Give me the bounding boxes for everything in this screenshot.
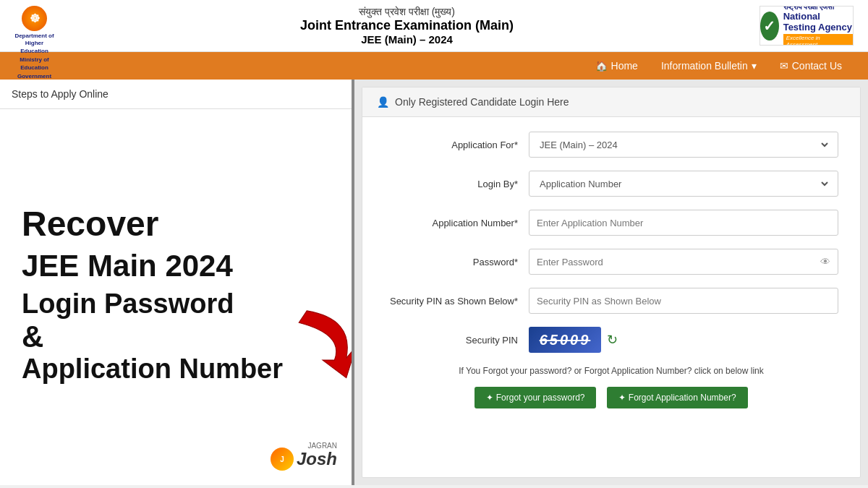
forgot-appnum-button[interactable]: ✦ Forgot Application Number? [607, 387, 747, 408]
recover-line3: Login Password [22, 288, 234, 320]
nta-tagline-text: Excellence in Assessment [783, 34, 853, 46]
nav-info-label: Information Bulletin [661, 60, 748, 72]
captcha-area: 65009 ↻ [529, 327, 838, 353]
arrow-overlay [279, 303, 354, 393]
recover-line2: JEE Main 2024 [22, 249, 233, 283]
dept-emblem: ☸ Department of Higher Education Ministr… [14, 6, 54, 88]
jagran-icon: J [271, 448, 294, 471]
header-right: ✓ राष्ट्रीय परीक्षा एजेंसी National Test… [760, 6, 854, 46]
nav-contact-label: Contact Us [792, 60, 842, 72]
home-icon: 🏠 [595, 60, 608, 72]
password-input[interactable] [537, 257, 820, 267]
main-title: Joint Entrance Examination (Main) [54, 18, 760, 33]
contact-icon: ✉ [780, 60, 788, 72]
recover-line4: & [22, 320, 43, 354]
nta-logo-inner: ✓ राष्ट्रीय परीक्षा एजेंसी National Test… [760, 6, 853, 46]
eye-icon[interactable]: 👁 [820, 256, 830, 267]
main-content: Steps to Apply Online Recover JEE Main 2… [0, 80, 868, 485]
login-by-row: Login By* Application Number [384, 171, 838, 197]
nav-contact[interactable]: ✉ Contact Us [768, 54, 854, 77]
app-for-select-wrapper[interactable]: JEE (Main) – 2024 [529, 132, 838, 158]
jagran-small-text: JAGRAN [307, 442, 337, 450]
btn-row: ✦ Forgot your password? ✦ Forgot Applica… [384, 387, 838, 408]
nav-info-bulletin[interactable]: Information Bulletin ▾ [650, 54, 768, 77]
chevron-down-icon: ▾ [752, 60, 757, 72]
login-by-select[interactable]: Application Number [537, 178, 830, 190]
nta-check-icon: ✓ [760, 12, 779, 40]
nav-home-label: Home [611, 60, 638, 72]
hindi-title: संयुक्त प्रवेश परीक्षा (मुख्य) [54, 6, 760, 18]
security-pin-field-wrapper [529, 288, 838, 314]
user-icon: 👤 [377, 96, 389, 108]
jagran-josh-text: Josh [297, 449, 337, 469]
left-panel-body: Recover JEE Main 2024 Login Password & A… [0, 109, 352, 481]
captcha-row: Security PIN 65009 ↻ [384, 327, 838, 353]
login-by-label: Login By* [384, 179, 529, 189]
login-by-select-wrapper[interactable]: Application Number [529, 171, 838, 197]
security-pin-row: Security PIN as Shown Below* [384, 288, 838, 314]
security-pin-label: Security PIN as Shown Below* [384, 296, 529, 307]
left-panel: Steps to Apply Online Recover JEE Main 2… [0, 80, 354, 485]
refresh-captcha-icon[interactable]: ↻ [607, 332, 618, 348]
sub-title: JEE (Main) – 2024 [54, 33, 760, 46]
app-number-label: Application Number* [384, 218, 529, 228]
navbar: 🏠 Home Information Bulletin ▾ ✉ Contact … [0, 52, 868, 80]
red-arrow-icon [279, 303, 354, 390]
dept-ministry: Ministry of Education [14, 56, 54, 72]
app-for-select[interactable]: JEE (Main) – 2024 [537, 139, 830, 151]
recover-line1: Recover [22, 205, 158, 244]
right-panel-title: Only Registered Candidate Login Here [395, 96, 569, 108]
nta-english-text: National Testing Agency [783, 12, 853, 33]
app-number-input[interactable] [537, 218, 830, 228]
dept-emblem-icon: ☸ [22, 6, 47, 31]
nta-text: राष्ट्रीय परीक्षा एजेंसी National Testin… [783, 6, 853, 46]
steps-header: Steps to Apply Online [0, 80, 352, 109]
dept-logo: ☸ Department of Higher Education Ministr… [14, 6, 54, 46]
jagran-josh-logo: JAGRAN J Josh [271, 448, 337, 471]
password-row: Password* 👁 [384, 249, 838, 275]
right-panel-header: 👤 Only Registered Candidate Login Here [362, 87, 860, 117]
header-center: संयुक्त प्रवेश परीक्षा (मुख्य) Joint Ent… [54, 6, 760, 46]
forgot-password-button[interactable]: ✦ Forgot your password? [475, 387, 596, 408]
application-for-row: Application For* JEE (Main) – 2024 [384, 132, 838, 158]
captcha-label: Security PIN [384, 335, 529, 346]
page-header: ☸ Department of Higher Education Ministr… [0, 0, 868, 52]
app-for-label: Application For* [384, 140, 529, 150]
security-pin-input[interactable] [537, 296, 830, 307]
app-number-field-wrapper [529, 210, 838, 236]
nav-home[interactable]: 🏠 Home [584, 54, 650, 77]
nta-logo: ✓ राष्ट्रीय परीक्षा एजेंसी National Test… [760, 6, 854, 46]
captcha-image: 65009 [529, 327, 601, 353]
recover-line5: Application Number [22, 354, 283, 385]
steps-label: Steps to Apply Online [12, 88, 109, 100]
password-label: Password* [384, 257, 529, 267]
forgot-hint-text: If You Forgot your password? or Forgot A… [384, 366, 838, 376]
dept-name: Department of Higher Education [14, 33, 54, 55]
password-field-wrapper: 👁 [529, 249, 838, 275]
right-panel: 👤 Only Registered Candidate Login Here A… [362, 87, 861, 478]
header-left: ☸ Department of Higher Education Ministr… [14, 6, 54, 46]
right-panel-body: Application For* JEE (Main) – 2024 Login… [362, 117, 860, 423]
app-number-row: Application Number* [384, 210, 838, 236]
